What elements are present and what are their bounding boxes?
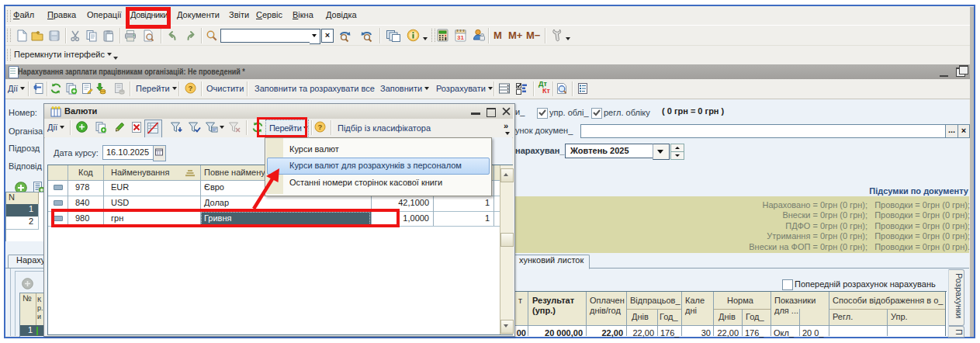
svg-text:31: 31 bbox=[457, 34, 464, 41]
svg-text:?: ? bbox=[318, 123, 323, 131]
svg-text:?: ? bbox=[189, 84, 193, 92]
